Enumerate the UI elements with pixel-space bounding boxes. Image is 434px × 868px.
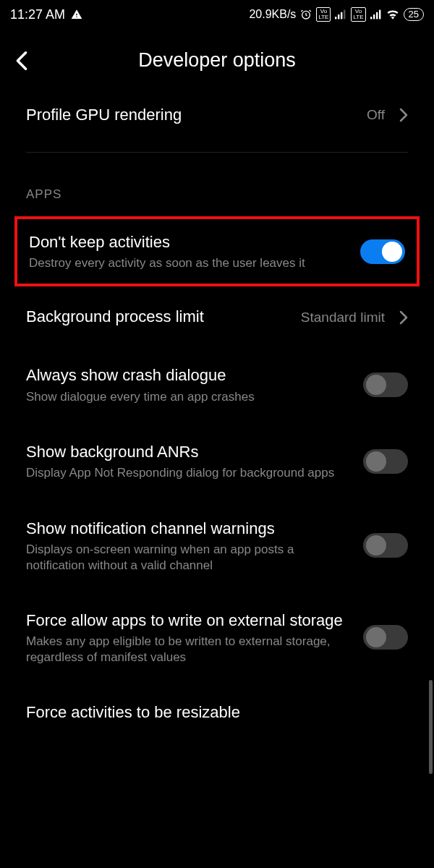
row-notification-channel-warnings[interactable]: Show notification channel warnings Displ… [0,500,434,592]
setting-subtitle: Destroy every activity as soon as the us… [29,255,350,271]
status-bar: 11:27 AM 20.9KB/s VoLTE VoLTE 25 [0,0,434,29]
warning-icon [71,9,82,20]
chevron-right-icon [399,108,408,122]
setting-subtitle: Displays on-screen warning when an app p… [26,542,353,573]
row-force-external-storage[interactable]: Force allow apps to write on external st… [0,592,434,684]
svg-rect-7 [376,12,378,20]
toggle-notification-warnings[interactable] [363,533,408,558]
alarm-icon [300,9,312,20]
svg-rect-8 [379,10,380,20]
row-force-resizable[interactable]: Force activities to be resizable [0,684,434,723]
svg-rect-1 [335,17,336,19]
setting-title: Force allow apps to write on external st… [26,610,353,631]
volte-icon-1: VoLTE [316,7,331,22]
setting-title: Profile GPU rendering [26,105,357,126]
row-profile-gpu-rendering[interactable]: Profile GPU rendering Off [0,86,434,145]
setting-value: Off [367,107,385,123]
svg-rect-6 [373,14,375,19]
svg-rect-5 [370,17,372,19]
row-show-background-anrs[interactable]: Show background ANRs Display App Not Res… [0,423,434,500]
setting-title: Always show crash dialogue [26,365,353,386]
toggle-crash-dialogue[interactable] [363,373,408,397]
svg-rect-2 [338,14,339,19]
row-background-process-limit[interactable]: Background process limit Standard limit [0,288,434,346]
svg-rect-4 [344,10,345,20]
setting-value: Standard limit [301,310,385,326]
highlight-dont-keep-activities: Don't keep activities Destroy every acti… [14,216,420,287]
setting-title: Show notification channel warnings [26,519,353,540]
scrollbar-thumb[interactable] [429,680,433,774]
network-speed: 20.9KB/s [249,8,296,21]
chevron-right-icon [399,310,408,325]
volte-icon-2: VoLTE [351,7,365,22]
setting-subtitle: Display App Not Responding dialog for ba… [26,465,353,480]
page-title: Developer options [14,49,420,72]
setting-subtitle: Makes any app eligible to be written to … [26,634,353,665]
setting-title: Don't keep activities [29,232,350,253]
row-always-show-crash-dialogue[interactable]: Always show crash dialogue Show dialogue… [0,346,434,423]
signal-icon-2 [370,9,382,20]
setting-title: Force activities to be resizable [26,702,408,723]
setting-title: Background process limit [26,307,291,328]
battery-indicator: 25 [404,8,424,21]
toggle-external-storage[interactable] [363,625,408,650]
status-time: 11:27 AM [10,7,65,22]
toggle-background-anrs[interactable] [363,449,408,474]
toggle-dont-keep-activities[interactable] [360,239,405,264]
section-header-apps: APPS [0,153,434,215]
setting-title: Show background ANRs [26,442,353,463]
setting-subtitle: Show dialogue every time an app crashes [26,389,353,404]
page-header: Developer options [0,29,434,86]
signal-icon-1 [335,9,346,20]
row-dont-keep-activities[interactable]: Don't keep activities Destroy every acti… [17,219,417,284]
wifi-icon [386,9,399,20]
svg-rect-3 [341,12,342,20]
